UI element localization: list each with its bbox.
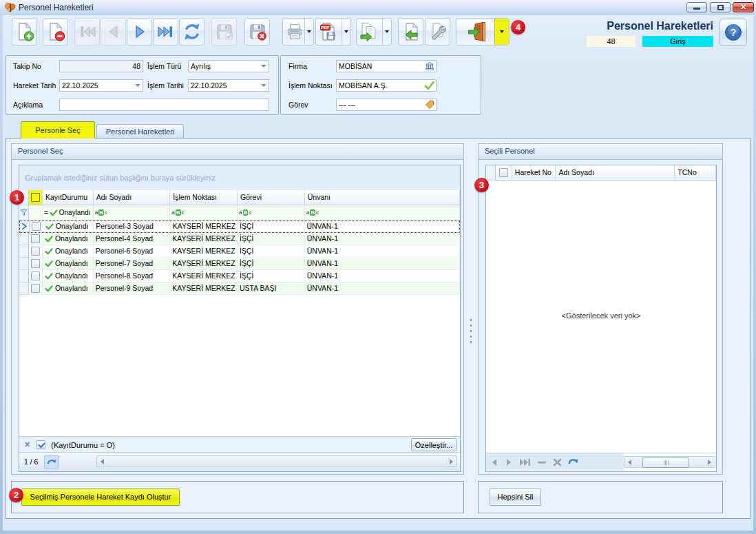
refresh-button[interactable] — [179, 18, 204, 45]
hareket-tarih-field[interactable]: 22.10.2025 — [59, 79, 143, 92]
close-button[interactable]: ✕ — [733, 2, 754, 12]
nav-next-icon[interactable] — [505, 458, 513, 466]
row-checkbox[interactable] — [31, 259, 40, 268]
column-header[interactable]: Görevi — [238, 190, 305, 205]
company-icon — [425, 61, 434, 71]
aciklama-field[interactable] — [59, 99, 269, 111]
form-group-left: Takip No 48 İşlem Türü Ayrılış Hareket T… — [6, 55, 279, 115]
right-panel-caption: Seçili Personel — [479, 144, 722, 160]
print-dropdown[interactable] — [304, 19, 313, 45]
maximize-button[interactable] — [710, 2, 731, 12]
select-all-checkbox[interactable] — [29, 190, 43, 205]
left-bottom-box: Seçilmiş Personele Hareket Kaydı Oluştur — [11, 481, 464, 513]
islem-tarihi-label: İşlem Tarihi — [147, 79, 184, 92]
right-grid-header: Hareket NoAdı SoyadıTCNo — [486, 165, 716, 181]
row-checkbox[interactable] — [31, 271, 40, 280]
pager-refresh-button[interactable] — [44, 455, 59, 469]
row-checkbox[interactable] — [31, 284, 40, 293]
column-header[interactable]: Ünvanı — [305, 190, 460, 205]
right-scrollbar[interactable] — [624, 456, 715, 468]
filter-cell[interactable]: aBc — [238, 205, 305, 220]
empty-grid-message: <Gösterilecek veri yok> — [486, 311, 716, 320]
delete-record-button[interactable] — [43, 18, 68, 45]
aciklama-label: Açıklama — [13, 99, 43, 111]
tab-page: Personel Seç Gruplamak istediğiniz sütun… — [6, 138, 750, 519]
column-header[interactable]: KayıtDurumu — [43, 190, 94, 205]
help-button[interactable]: ? — [720, 19, 747, 46]
horizontal-scrollbar[interactable] — [96, 455, 457, 467]
nav-last-icon[interactable] — [519, 458, 531, 466]
annotation-badge-1: 1 — [10, 190, 24, 205]
filter-text: (KayıtDurumu = O) — [51, 441, 115, 449]
personel-row[interactable]: OnaylandıPersonel-8 SoyadKAYSERİ MERKEZİ… — [19, 270, 460, 283]
hareket-tarih-label: Hareket Tarih — [13, 79, 56, 92]
nav-cancel-icon[interactable] — [553, 458, 562, 466]
filter-cell[interactable]: aBc — [170, 205, 238, 220]
nav-prev-icon[interactable] — [490, 458, 498, 466]
row-checkbox[interactable] — [31, 247, 40, 256]
annotation-badge-4: 4 — [511, 20, 525, 34]
column-header[interactable]: Adı Soyadı — [94, 190, 171, 205]
copy-record-button[interactable] — [356, 18, 392, 45]
islem-turu-select[interactable]: Ayrılış — [188, 60, 269, 72]
svg-text:?: ? — [731, 27, 737, 38]
tools-button[interactable] — [425, 18, 450, 45]
personel-row[interactable]: OnaylandıPersonel-3 SoyadKAYSERİ MERKEZİ… — [19, 220, 460, 233]
personel-row[interactable]: OnaylandıPersonel-4 SoyadKAYSERİ MERKEZİ… — [19, 233, 460, 245]
tab-personel-hareketleri[interactable]: Personel Hareketleri — [96, 124, 184, 138]
first-record-button[interactable] — [74, 18, 100, 45]
filter-remove-icon[interactable]: ✕ — [24, 440, 30, 449]
filter-cell[interactable]: =Onaylandı — [43, 205, 94, 220]
panel-splitter[interactable] — [465, 143, 477, 475]
save-button[interactable] — [211, 18, 237, 45]
filter-enabled-checkbox[interactable] — [36, 440, 45, 449]
islem-noktasi-field[interactable]: MOBİSAN A.Ş. — [336, 79, 437, 92]
new-record-button[interactable] — [12, 18, 37, 45]
column-header[interactable]: Adı Soyadı — [556, 165, 675, 181]
group-by-zone[interactable]: Gruplamak istediğiniz sütun başlığını bu… — [19, 165, 460, 191]
personel-row[interactable]: OnaylandıPersonel-7 SoyadKAYSERİ MERKEZİ… — [19, 258, 460, 270]
minimize-button[interactable] — [686, 2, 707, 12]
row-checkbox[interactable] — [31, 234, 40, 243]
exit-button[interactable] — [456, 18, 510, 45]
personel-row[interactable]: OnaylandıPersonel-6 SoyadKAYSERİ MERKEZİ… — [19, 245, 460, 258]
filter-cell[interactable]: aBc — [94, 205, 171, 220]
cancel-save-button[interactable] — [244, 18, 270, 45]
annotation-badge-2: 2 — [9, 488, 23, 502]
personel-grid: Gruplamak istediğiniz sütun başlığını bu… — [19, 165, 461, 472]
delete-all-button[interactable]: Hepsini Sil — [490, 489, 541, 506]
column-header[interactable]: İşlem Noktası — [170, 190, 238, 205]
nav-redo-icon[interactable] — [568, 458, 578, 466]
column-header[interactable]: Hareket No — [512, 165, 556, 181]
column-header[interactable]: TCNo — [675, 165, 716, 181]
page-title: Personel Hareketleri — [507, 20, 713, 32]
firma-field[interactable]: MOBİSAN — [336, 60, 437, 72]
next-record-button[interactable] — [127, 18, 152, 45]
pdf-dropdown[interactable] — [342, 19, 350, 45]
grid-header-row: KayıtDurumu Adı Soyadıİşlem NoktasıGörev… — [19, 190, 460, 205]
window-client: PDF Personel Hareketleri 48 Giriş ? Taki… — [3, 15, 753, 531]
gorev-field[interactable]: --- --- — [336, 99, 437, 111]
title-bar: Personel Hareketleri ✕ — [0, 0, 756, 15]
tab-personle-sec[interactable]: Personle Seç — [21, 121, 95, 138]
import-button[interactable] — [398, 18, 423, 45]
copy-dropdown[interactable] — [382, 19, 391, 45]
help-icon: ? — [723, 22, 744, 43]
islem-turu-label: İşlem Türü — [147, 60, 181, 72]
pdf-export-button[interactable]: PDF — [315, 18, 351, 45]
right-select-all-checkbox[interactable] — [496, 165, 512, 181]
last-record-button[interactable] — [153, 18, 178, 45]
print-button[interactable] — [282, 18, 314, 45]
takip-no-field[interactable]: 48 — [59, 60, 143, 72]
right-bottom-box: Hepsini Sil — [478, 481, 723, 513]
grid-empty-area — [19, 295, 460, 437]
customize-button[interactable]: Özelleştir... — [411, 438, 456, 451]
create-movement-button[interactable]: Seçilmiş Personele Hareket Kaydı Oluştur — [21, 489, 180, 506]
row-checkbox[interactable] — [32, 222, 41, 231]
islem-tarihi-field[interactable]: 22.10.2025 — [188, 79, 269, 92]
personel-row[interactable]: OnaylandıPersonel-9 SoyadKAYSERİ MERKEZU… — [19, 283, 460, 295]
nav-delete-icon[interactable] — [537, 458, 547, 466]
right-scrollbar-thumb[interactable] — [642, 458, 689, 468]
filter-cell[interactable]: aBc — [305, 205, 460, 220]
previous-record-button[interactable] — [101, 18, 126, 45]
